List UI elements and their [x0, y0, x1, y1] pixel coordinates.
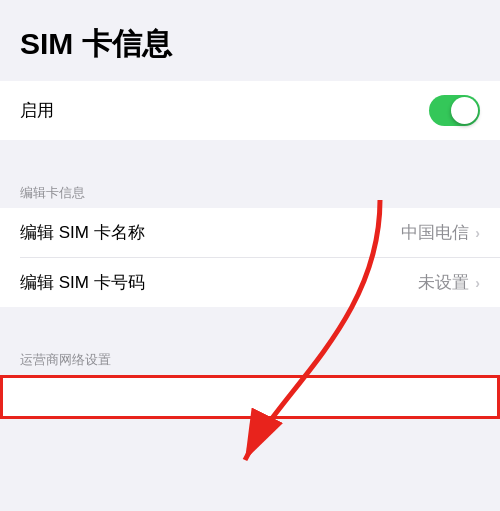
gap-2	[0, 307, 500, 343]
edit-sim-name-label: 编辑 SIM 卡名称	[20, 221, 145, 244]
edit-list-section: 编辑 SIM 卡名称 中国电信 › 编辑 SIM 卡号码 未设置 ›	[0, 208, 500, 307]
sim-info-page: SIM 卡信息 启用 编辑卡信息 编辑 SIM 卡名称 中国电信 › 编辑 SI…	[0, 0, 500, 511]
edit-sim-number-value: 未设置	[418, 271, 469, 294]
toggle-section: 启用	[0, 81, 500, 140]
operator-section-label: 运营商网络设置	[0, 343, 500, 375]
edit-sim-name-row[interactable]: 编辑 SIM 卡名称 中国电信 ›	[0, 208, 500, 257]
edit-sim-number-right: 未设置 ›	[418, 271, 480, 294]
chevron-icon-2: ›	[475, 275, 480, 291]
edit-section-label: 编辑卡信息	[0, 176, 500, 208]
enable-toggle-row[interactable]: 启用	[0, 81, 500, 140]
chevron-icon-1: ›	[475, 225, 480, 241]
enable-toggle[interactable]	[429, 95, 480, 126]
page-title: SIM 卡信息	[0, 0, 500, 81]
operator-settings-row[interactable]	[0, 375, 500, 419]
edit-sim-name-value: 中国电信	[401, 221, 469, 244]
enable-label: 启用	[20, 99, 54, 122]
gap-1	[0, 140, 500, 176]
edit-sim-name-right: 中国电信 ›	[401, 221, 480, 244]
edit-sim-number-label: 编辑 SIM 卡号码	[20, 271, 145, 294]
edit-sim-number-row[interactable]: 编辑 SIM 卡号码 未设置 ›	[0, 258, 500, 307]
